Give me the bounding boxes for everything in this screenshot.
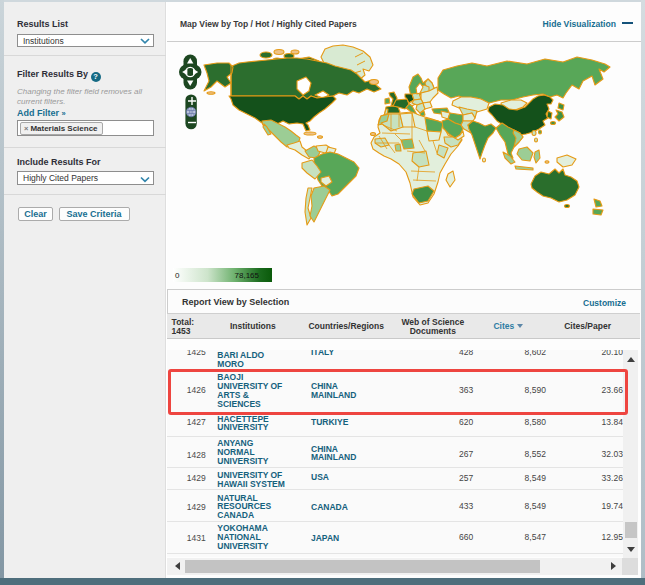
svg-text:78,165: 78,165 [235,271,260,280]
svg-text:0: 0 [175,271,180,280]
